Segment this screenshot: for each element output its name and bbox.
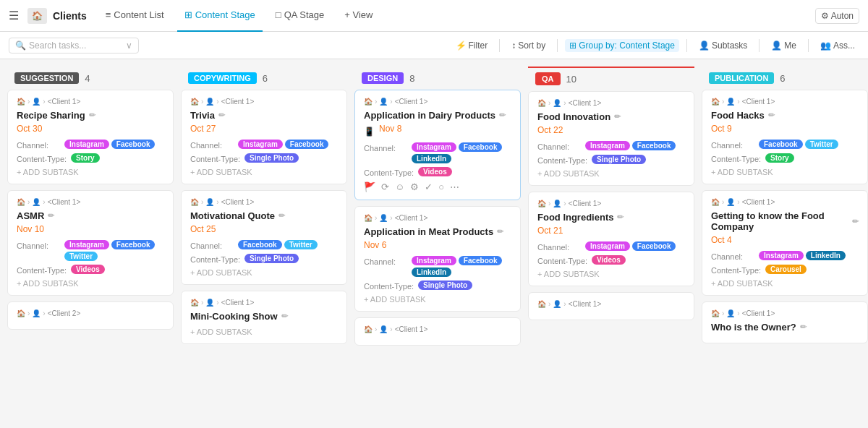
add-subtask-button[interactable]: + ADD SUBTASK bbox=[711, 279, 859, 288]
tag-instagram[interactable]: Instagram bbox=[64, 240, 109, 249]
task-card[interactable]: 🏠›👤›<Client 1>Getting to know the Food C… bbox=[702, 190, 868, 296]
edit-icon[interactable]: ✏ bbox=[800, 322, 807, 332]
content-tag-story[interactable]: Story bbox=[765, 153, 794, 163]
tag-facebook[interactable]: Facebook bbox=[111, 140, 156, 149]
tab-content-stage[interactable]: ⊞ Content Stage bbox=[177, 0, 263, 32]
card-action-icon[interactable]: ⋯ bbox=[450, 181, 459, 192]
add-subtask-button[interactable]: + ADD SUBTASK bbox=[17, 168, 164, 176]
edit-icon[interactable]: ✏ bbox=[218, 111, 225, 120]
tag-facebook[interactable]: Facebook bbox=[459, 256, 503, 265]
edit-icon[interactable]: ✏ bbox=[281, 312, 288, 321]
card-action-icon[interactable]: ✓ bbox=[425, 181, 433, 192]
card-action-icon[interactable]: 🚩 bbox=[364, 181, 375, 192]
assignee-button[interactable]: 👥 Ass... bbox=[816, 39, 859, 52]
task-card[interactable]: 🏠›👤›<Client 1>Motivational Quote ✏Oct 25… bbox=[181, 190, 347, 285]
task-card[interactable]: 🏠›👤›<Client 1>Application in Meat Produc… bbox=[354, 206, 521, 312]
subtasks-button[interactable]: 👤 Subtasks bbox=[694, 39, 752, 52]
task-card[interactable]: 🏠›👤›<Client 1>Application in Dairy Produ… bbox=[354, 90, 521, 200]
tag-instagram[interactable]: Instagram bbox=[238, 140, 283, 149]
content-type-label: Content-Type: bbox=[190, 254, 240, 264]
add-subtask-button[interactable]: + ADD SUBTASK bbox=[537, 169, 685, 178]
content-type-tags: Videos bbox=[71, 265, 105, 274]
edit-icon[interactable]: ✏ bbox=[852, 217, 859, 226]
card-title: ASMR ✏ bbox=[17, 210, 164, 221]
tag-twitter[interactable]: Twitter bbox=[64, 252, 98, 261]
add-subtask-button[interactable]: + ADD SUBTASK bbox=[711, 168, 859, 176]
tag-linkedin[interactable]: LinkedIn bbox=[806, 251, 846, 260]
card-date: Oct 25 bbox=[190, 224, 338, 234]
task-card[interactable]: 🏠›👤›<Client 1>Food Hacks ✏Oct 9Channel:F… bbox=[702, 90, 868, 184]
task-card[interactable]: 🏠›👤›<Client 1>Food Innovation ✏Oct 22Cha… bbox=[528, 91, 694, 186]
content-tag-videos[interactable]: Videos bbox=[592, 255, 626, 265]
tag-facebook[interactable]: Facebook bbox=[238, 240, 282, 249]
task-card[interactable]: 🏠›👤›<Client 1>ASMR ✏Nov 10Channel:Instag… bbox=[7, 190, 174, 296]
add-subtask-button[interactable]: + ADD SUBTASK bbox=[190, 168, 338, 176]
add-subtask-button[interactable]: + ADD SUBTASK bbox=[190, 328, 338, 336]
task-card[interactable]: 🏠›👤›<Client 1>Recipe Sharing ✏Oct 30Chan… bbox=[7, 90, 174, 184]
add-subtask-button[interactable]: + ADD SUBTASK bbox=[364, 295, 511, 304]
tag-instagram[interactable]: Instagram bbox=[64, 140, 109, 149]
edit-icon[interactable]: ✏ bbox=[278, 211, 285, 221]
tag-facebook[interactable]: Facebook bbox=[285, 140, 329, 149]
content-tag-story[interactable]: Story bbox=[71, 153, 100, 163]
edit-icon[interactable]: ✏ bbox=[48, 211, 54, 221]
add-subtask-button[interactable]: + ADD SUBTASK bbox=[190, 268, 338, 277]
task-card[interactable]: 🏠›👤›<Client 1> bbox=[354, 317, 521, 346]
card-action-icon[interactable]: ⚙ bbox=[410, 181, 419, 192]
content-tag-single-photo[interactable]: Single Photo bbox=[418, 281, 472, 290]
task-card[interactable]: 🏠›👤›<Client 1> bbox=[528, 292, 694, 320]
card-action-icon[interactable]: ☺ bbox=[395, 181, 404, 192]
tag-facebook[interactable]: Facebook bbox=[459, 142, 503, 152]
tag-facebook[interactable]: Facebook bbox=[632, 141, 676, 150]
task-card[interactable]: 🏠›👤›<Client 2> bbox=[7, 301, 174, 330]
tab-view-add[interactable]: + View bbox=[337, 0, 380, 32]
content-tag-single-photo[interactable]: Single Photo bbox=[244, 254, 299, 263]
filter-button[interactable]: ⚡ Filter bbox=[451, 39, 493, 52]
tag-facebook[interactable]: Facebook bbox=[632, 241, 676, 251]
automations-button[interactable]: ⚙ Auton bbox=[815, 8, 859, 24]
divider-3 bbox=[686, 39, 687, 52]
group-by-button[interactable]: ⊞ Group by: Content Stage bbox=[565, 39, 679, 52]
tag-instagram[interactable]: Instagram bbox=[412, 256, 456, 265]
hamburger-menu[interactable]: ☰ bbox=[9, 9, 19, 22]
home-icon[interactable]: 🏠 bbox=[27, 8, 47, 24]
edit-icon[interactable]: ✏ bbox=[617, 213, 624, 222]
tag-linkedin[interactable]: LinkedIn bbox=[412, 268, 451, 277]
me-button[interactable]: 👤 Me bbox=[767, 39, 801, 52]
content-tag-single-photo[interactable]: Single Photo bbox=[592, 155, 646, 164]
tag-facebook[interactable]: Facebook bbox=[759, 140, 803, 149]
content-type-row: Content-Type:Carousel bbox=[711, 265, 859, 275]
card-action-icon[interactable]: ⟳ bbox=[381, 181, 389, 192]
content-list-icon: ≡ bbox=[106, 9, 111, 20]
content-tag-carousel[interactable]: Carousel bbox=[765, 265, 807, 274]
card-action-icon[interactable]: ○ bbox=[438, 181, 444, 192]
column-publication: PUBLICATION6🏠›👤›<Client 1>Food Hacks ✏Oc… bbox=[702, 67, 868, 421]
sort-button[interactable]: ↕ Sort by bbox=[507, 39, 550, 52]
edit-icon[interactable]: ✏ bbox=[614, 112, 621, 121]
tag-instagram[interactable]: Instagram bbox=[585, 241, 630, 251]
channel-label: Channel: bbox=[537, 241, 581, 252]
content-tag-videos[interactable]: Videos bbox=[71, 265, 105, 274]
tag-instagram[interactable]: Instagram bbox=[759, 251, 804, 260]
search-box[interactable]: 🔍 Search tasks... ∨ bbox=[9, 38, 139, 54]
edit-icon[interactable]: ✏ bbox=[499, 111, 506, 120]
tag-twitter[interactable]: Twitter bbox=[284, 240, 318, 249]
content-tag-single-photo[interactable]: Single Photo bbox=[244, 153, 299, 163]
task-card[interactable]: 🏠›👤›<Client 1>Who is the Owner? ✏ bbox=[702, 301, 868, 343]
edit-icon[interactable]: ✏ bbox=[497, 227, 503, 236]
add-subtask-button[interactable]: + ADD SUBTASK bbox=[17, 279, 164, 288]
tab-qa-stage[interactable]: □ QA Stage bbox=[268, 0, 332, 32]
edit-icon[interactable]: ✏ bbox=[89, 111, 95, 120]
task-card[interactable]: 🏠›👤›<Client 1>Trivia ✏Oct 27Channel:Inst… bbox=[181, 90, 347, 184]
task-card[interactable]: 🏠›👤›<Client 1>Food Ingredients ✏Oct 21Ch… bbox=[528, 192, 694, 286]
edit-icon[interactable]: ✏ bbox=[768, 111, 775, 120]
tag-instagram[interactable]: Instagram bbox=[412, 142, 456, 152]
task-card[interactable]: 🏠›👤›<Client 1>Mini-Cooking Show ✏+ ADD S… bbox=[181, 291, 347, 344]
tag-facebook[interactable]: Facebook bbox=[111, 240, 156, 249]
tab-content-list[interactable]: ≡ Content List bbox=[98, 0, 171, 32]
tag-twitter[interactable]: Twitter bbox=[805, 140, 838, 149]
tag-instagram[interactable]: Instagram bbox=[585, 141, 630, 150]
add-subtask-button[interactable]: + ADD SUBTASK bbox=[537, 270, 685, 278]
content-tag-videos[interactable]: Videos bbox=[418, 167, 452, 176]
tag-linkedin[interactable]: LinkedIn bbox=[412, 154, 451, 163]
